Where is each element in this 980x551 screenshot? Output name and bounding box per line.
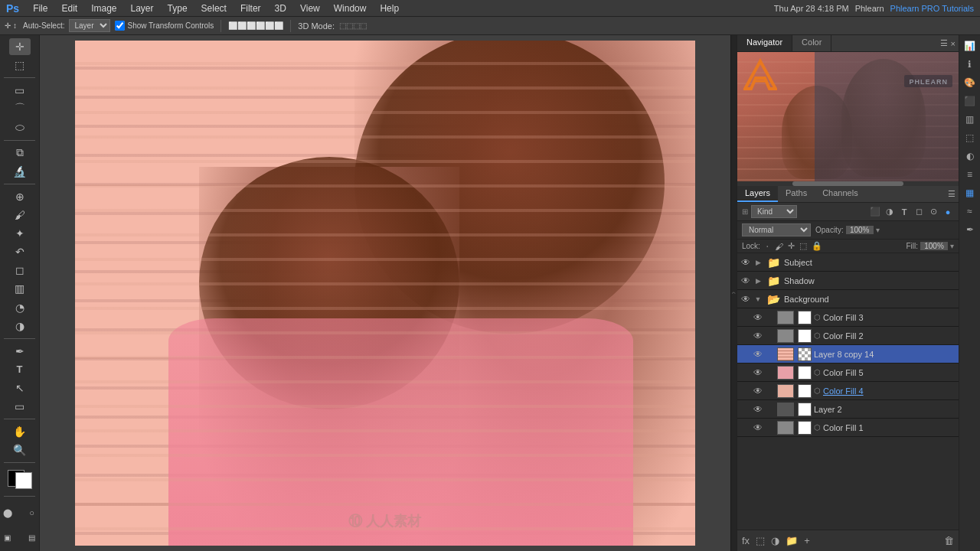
layer-kind-select[interactable]: Kind (751, 205, 797, 218)
menu-edit[interactable]: Edit (55, 2, 83, 15)
layer-visibility-subject[interactable]: 👁 (740, 257, 751, 268)
pen-tool[interactable]: ✒ (9, 343, 31, 360)
sidebar-paths-icon[interactable]: ✒ (962, 222, 978, 237)
lock-artboard-icon[interactable]: ⬚ (799, 241, 807, 251)
menu-window[interactable]: Window (328, 2, 373, 15)
background-color[interactable] (15, 472, 32, 489)
auto-select-dropdown[interactable]: Layer Group (69, 19, 110, 32)
sidebar-swatches-icon[interactable]: ⬛ (962, 93, 978, 109)
quick-mask-mode[interactable]: ⬤ (0, 502, 18, 523)
tutorials-link[interactable]: Phlearn PRO Tutorials (890, 4, 974, 13)
sidebar-gradient-icon[interactable]: ▥ (962, 112, 978, 127)
menu-type[interactable]: Type (162, 2, 194, 15)
layer-visibility-cf2[interactable]: 👁 (753, 331, 763, 341)
tab-navigator[interactable]: Navigator (737, 35, 792, 51)
screen-mode-icon[interactable]: ▣ (0, 527, 18, 548)
layer-visibility-cf3[interactable]: 👁 (753, 312, 763, 323)
sidebar-channels-icon[interactable]: ≈ (962, 204, 978, 219)
layer-mask-button[interactable]: ⬚ (756, 535, 765, 546)
history-brush-tool[interactable]: ↶ (9, 243, 31, 260)
menu-3d[interactable]: 3D (269, 2, 292, 15)
tab-layers[interactable]: Layers (737, 186, 778, 202)
filter-adjust-icon[interactable]: ◑ (884, 206, 896, 218)
layer-row-subject[interactable]: 👁 ▶ 📁 Subject (737, 253, 959, 272)
layers-panel-menu[interactable]: ☰ (948, 189, 956, 199)
sidebar-info-icon[interactable]: ℹ (962, 57, 978, 72)
layer-row-color-fill-5[interactable]: 👁 ⬡ Color Fill 5 (737, 364, 959, 382)
sidebar-histogram-icon[interactable]: 📊 (962, 38, 978, 54)
filter-active[interactable]: ● (942, 206, 954, 218)
healing-tool[interactable]: ⊕ (9, 187, 31, 204)
menu-view[interactable]: View (294, 2, 326, 15)
filter-pixel-icon[interactable]: ⬛ (869, 206, 881, 218)
layer-visibility-l2[interactable]: 👁 (753, 404, 763, 415)
tab-channels[interactable]: Channels (815, 186, 865, 202)
sidebar-adjustments-icon[interactable]: ◐ (962, 148, 978, 164)
sidebar-patterns-icon[interactable]: ⬚ (962, 130, 978, 145)
show-transform-checkbox[interactable] (115, 21, 125, 31)
blend-mode-select[interactable]: Normal (742, 223, 811, 236)
lock-image-icon[interactable]: 🖌 (775, 242, 783, 251)
crop-tool[interactable]: ⧉ (9, 144, 31, 161)
layer-row-background[interactable]: 👁 ▼ 📂 Background (737, 290, 959, 308)
lock-position-icon[interactable]: ✛ (788, 241, 795, 251)
layer-row-color-fill-3[interactable]: 👁 ⬡ Color Fill 3 (737, 308, 959, 327)
shape-tool[interactable]: ▭ (9, 398, 31, 415)
layer-visibility-l8c14[interactable]: 👁 (753, 349, 763, 360)
eraser-tool[interactable]: ◻ (9, 262, 31, 279)
nav-scrollbar[interactable] (737, 181, 959, 186)
layer-fx-button[interactable]: fx (742, 535, 750, 546)
marquee-tool[interactable]: ▭ (9, 82, 31, 99)
artboard-tool[interactable]: ⬚ (9, 57, 31, 73)
layer-visibility-background[interactable]: 👁 (740, 294, 751, 305)
menu-help[interactable]: Help (374, 2, 405, 15)
menu-file[interactable]: File (27, 2, 54, 15)
layer-row-layer2[interactable]: 👁 Layer 2 (737, 400, 959, 419)
layer-group-button[interactable]: 📁 (786, 535, 798, 546)
menu-layer[interactable]: Layer (125, 2, 160, 15)
opacity-dropdown-icon[interactable]: ▾ (876, 226, 880, 234)
lock-transparent-icon[interactable]: ⬞ (765, 242, 770, 251)
color-swatches[interactable] (8, 470, 32, 489)
sidebar-layers-icon[interactable]: ▦ (962, 185, 978, 201)
clone-stamp-tool[interactable]: ✦ (9, 225, 31, 242)
eyedropper-tool[interactable]: 🔬 (9, 163, 31, 180)
layer-row-shadow[interactable]: 👁 ▶ 📁 Shadow (737, 272, 959, 290)
brush-tool[interactable]: 🖌 (9, 207, 31, 223)
layer-visibility-cf5[interactable]: 👁 (753, 367, 763, 378)
layer-adjustment-button[interactable]: ◑ (771, 535, 779, 546)
layer-visibility-shadow[interactable]: 👁 (740, 276, 751, 286)
panel-collapse-handle[interactable]: ‹ (730, 35, 737, 551)
gradient-tool[interactable]: ▥ (9, 280, 31, 297)
lasso-tool[interactable]: ⌒ (9, 100, 31, 117)
sidebar-color-icon[interactable]: 🎨 (962, 75, 978, 90)
layer-visibility-cf4[interactable]: 👁 (753, 386, 763, 396)
menu-select[interactable]: Select (195, 2, 233, 15)
fill-input[interactable] (920, 242, 948, 250)
nav-scrollbar-thumb[interactable] (792, 181, 903, 186)
layer-expand-background[interactable]: ▼ (753, 295, 763, 304)
zoom-tool[interactable]: 🔍 (9, 442, 31, 458)
layer-new-button[interactable]: + (804, 535, 810, 546)
sidebar-properties-icon[interactable]: ≡ (962, 167, 978, 182)
menu-filter[interactable]: Filter (234, 2, 267, 15)
quick-select-tool[interactable]: ⬭ (9, 119, 31, 135)
filter-type-icon[interactable]: T (898, 206, 910, 218)
move-tool[interactable]: ✛ (9, 38, 31, 55)
menu-image[interactable]: Image (85, 2, 122, 15)
filter-shape-icon[interactable]: ◻ (913, 206, 925, 218)
blur-tool[interactable]: ◔ (9, 298, 31, 315)
panel-close-icon[interactable]: × (951, 39, 956, 48)
lock-all-icon[interactable]: 🔒 (812, 241, 822, 251)
filter-smart-icon[interactable]: ⊙ (927, 206, 939, 218)
layer-delete-button[interactable]: 🗑 (944, 535, 954, 546)
tab-paths[interactable]: Paths (778, 186, 815, 202)
layer-row-l8c14[interactable]: 👁 Layer 8 copy 14 (737, 345, 959, 364)
tab-color[interactable]: Color (792, 35, 831, 51)
dodge-tool[interactable]: ◑ (9, 318, 31, 334)
layer-row-color-fill-1[interactable]: 👁 ⬡ Color Fill 1 (737, 419, 959, 437)
canvas[interactable]: ⑩ 人人素材 (75, 41, 695, 546)
hand-tool[interactable]: ✋ (9, 423, 31, 440)
layer-row-color-fill-4[interactable]: 👁 ⬡ Color Fill 4 (737, 382, 959, 400)
panel-menu-icon[interactable]: ☰ (940, 38, 948, 48)
